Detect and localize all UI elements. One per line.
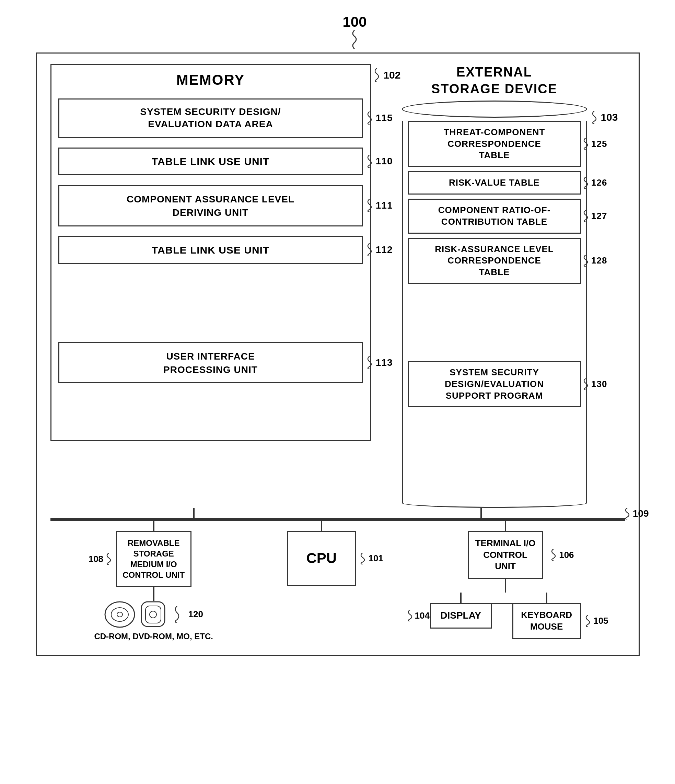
display-text: DISPLAY <box>440 610 481 621</box>
label-110: 110 <box>365 155 393 168</box>
label-109: 109 <box>623 508 649 520</box>
label-125-number: 125 <box>591 138 607 150</box>
bus-container: 109 108 <box>50 508 625 641</box>
squiggle-128-icon <box>582 255 590 267</box>
label-109-number: 109 <box>633 508 649 519</box>
bus-line: 109 <box>50 518 625 521</box>
media-text: CD-ROM, DVD-ROM, MO, ETC. <box>94 632 213 641</box>
squiggle-127-icon <box>582 210 590 222</box>
label-108-number: 108 <box>89 554 103 565</box>
label-112-number: 112 <box>376 244 393 256</box>
label-101: 101 <box>359 553 383 565</box>
removable-storage-medium-io-control-unit-box: REMOVABLE STORAGE MEDIUM I/O CONTROL UNI… <box>116 531 191 587</box>
disk-icons: 120 <box>104 601 203 628</box>
memory-section: 102 MEMORY SYSTEM SECURITY DESIGN/ EVALU… <box>50 64 371 441</box>
label-112: 112 <box>365 243 393 256</box>
squiggle-113-icon <box>365 356 374 369</box>
memory-title: MEMORY <box>58 72 363 88</box>
label-103: 103 <box>589 111 618 124</box>
label-105-number: 105 <box>593 616 608 626</box>
label-128-number: 128 <box>591 255 607 267</box>
squiggle-102-icon <box>372 68 382 82</box>
squiggle-101-icon <box>359 553 367 565</box>
risk-value-table-box: RISK-VALUE TABLE 126 <box>408 171 581 194</box>
cpu-box: CPU <box>287 531 356 586</box>
svg-point-5 <box>149 611 157 618</box>
label-106: 106 <box>549 549 574 561</box>
label-130-number: 130 <box>591 378 607 390</box>
label-127: 127 <box>582 210 607 222</box>
label-111-number: 111 <box>376 199 393 212</box>
risk-value-table-text: RISK-VALUE TABLE <box>449 177 540 188</box>
threat-component-correspondence-table-text: THREAT-COMPONENT CORRESPONDENCE TABLE <box>444 127 545 160</box>
label-113-number: 113 <box>376 356 393 369</box>
label-128: 128 <box>582 255 607 267</box>
label-130: 130 <box>582 378 607 390</box>
squiggle-112-icon <box>365 243 374 256</box>
label-126-number: 126 <box>591 177 607 189</box>
cpu-text: CPU <box>306 549 337 568</box>
disk-rect-icon <box>140 601 166 628</box>
terminal-io-control-unit-box: TERMINAL I/O CONTROL UNIT <box>468 531 543 579</box>
label-125: 125 <box>582 138 607 149</box>
risk-assurance-level-correspondence-table-text: RISK-ASSURANCE LEVEL CORRESPONDENCE TABL… <box>435 244 554 278</box>
cylinder: 103 THREAT-COMPONENT CORRESPONDENCE TABL… <box>402 101 587 508</box>
squiggle-120-icon <box>171 606 183 623</box>
squiggle-125-icon <box>582 138 590 149</box>
table-link-use-unit-1-box: TABLE LINK USE UNIT 110 <box>58 148 363 175</box>
squiggle-105-icon <box>584 615 592 627</box>
label-113: 113 <box>365 356 393 369</box>
system-security-design-evaluation-support-program-box: SYSTEM SECURITY DESIGN/EVALUATION SUPPOR… <box>408 361 581 407</box>
external-storage-title: EXTERNAL STORAGE DEVICE <box>431 64 557 98</box>
disk-oval-icon <box>104 601 135 628</box>
label-120-number: 120 <box>188 609 203 620</box>
risk-assurance-level-correspondence-table-box: RISK-ASSURANCE LEVEL CORRESPONDENCE TABL… <box>408 238 581 284</box>
squiggle-130-icon <box>582 378 590 390</box>
removable-storage-text: REMOVABLE STORAGE MEDIUM I/O CONTROL UNI… <box>123 538 185 580</box>
top-squiggle-icon <box>344 30 365 49</box>
label-127-number: 127 <box>591 210 607 222</box>
user-interface-processing-unit-text: USER INTERFACE PROCESSING UNIT <box>163 351 258 375</box>
label-104-number: 104 <box>415 610 430 621</box>
label-111: 111 <box>365 199 393 212</box>
squiggle-106-icon <box>549 549 558 561</box>
top-number-label: 100 <box>342 14 367 30</box>
page: 100 102 MEMORY <box>29 14 647 656</box>
component-ratio-of-contribution-table-box: COMPONENT RATIO-OF- CONTRIBUTION TABLE 1… <box>408 199 581 234</box>
system-security-data-area-box: SYSTEM SECURITY DESIGN/ EVALUATION DATA … <box>58 98 363 138</box>
table-link-use-unit-1-text: TABLE LINK USE UNIT <box>152 156 269 167</box>
component-assurance-level-deriving-unit-text: COMPONENT ASSURANCE LEVEL DERIVING UNIT <box>127 194 294 218</box>
removable-storage-col: 108 REMOVABLE STORAGE MEDIUM I/O CONTROL… <box>94 521 213 641</box>
label-115-number: 115 <box>376 112 393 124</box>
component-assurance-level-deriving-unit-box: COMPONENT ASSURANCE LEVEL DERIVING UNIT … <box>58 185 363 226</box>
squiggle-108-icon <box>105 553 113 565</box>
terminal-io-control-unit-text: TERMINAL I/O CONTROL UNIT <box>475 538 536 572</box>
keyboard-mouse-text: KEYBOARD MOUSE <box>521 610 572 632</box>
table-link-use-unit-2-box: TABLE LINK USE UNIT 112 <box>58 236 363 264</box>
label-108: 108 <box>89 553 113 565</box>
cd-rom-label: CD-ROM, DVD-ROM, MO, ETC. <box>94 632 213 641</box>
label-126: 126 <box>582 177 607 189</box>
svg-point-2 <box>117 612 123 617</box>
terminal-col: TERMINAL I/O CONTROL UNIT 106 <box>430 521 581 639</box>
display-box: DISPLAY <box>430 603 492 628</box>
squiggle-110-icon <box>365 155 374 168</box>
squiggle-111-icon <box>365 199 374 212</box>
label-115: 115 <box>365 112 393 124</box>
user-interface-processing-unit-box: USER INTERFACE PROCESSING UNIT 113 <box>58 342 363 384</box>
squiggle-126-icon <box>582 177 590 189</box>
label-101-number: 101 <box>368 553 383 564</box>
threat-component-correspondence-table-box: THREAT-COMPONENT CORRESPONDENCE TABLE 12… <box>408 121 581 167</box>
label-106-number: 106 <box>559 550 574 560</box>
outer-diagram-box: 102 MEMORY SYSTEM SECURITY DESIGN/ EVALU… <box>36 53 640 656</box>
component-ratio-of-contribution-table-text: COMPONENT RATIO-OF- CONTRIBUTION TABLE <box>438 205 551 227</box>
label-105: 105 <box>584 615 608 627</box>
squiggle-109-icon <box>623 508 631 520</box>
cpu-col: CPU 101 <box>287 521 356 586</box>
table-link-use-unit-2-text: TABLE LINK USE UNIT <box>152 244 269 256</box>
label-104: 104 <box>406 610 430 621</box>
squiggle-104-icon <box>406 610 414 621</box>
label-103-number: 103 <box>600 112 618 123</box>
system-security-data-area-text: SYSTEM SECURITY DESIGN/ EVALUATION DATA … <box>140 106 281 129</box>
keyboard-mouse-box: KEYBOARD MOUSE <box>512 603 581 639</box>
